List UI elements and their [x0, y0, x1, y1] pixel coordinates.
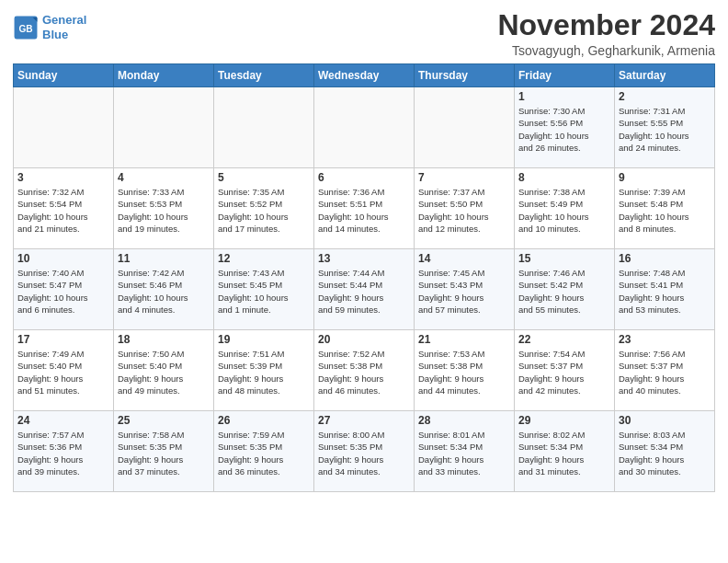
day-number: 29: [518, 414, 610, 427]
day-info: Sunrise: 8:00 AM Sunset: 5:35 PM Dayligh…: [318, 429, 410, 477]
day-info: Sunrise: 7:30 AM Sunset: 5:56 PM Dayligh…: [518, 105, 610, 154]
day-info: Sunrise: 7:40 AM Sunset: 5:47 PM Dayligh…: [17, 267, 109, 316]
header-sunday: Sunday: [14, 64, 114, 87]
day-number: 6: [318, 171, 410, 184]
day-cell-1-5: 8Sunrise: 7:38 AM Sunset: 5:49 PM Daylig…: [515, 168, 615, 249]
day-cell-3-5: 22Sunrise: 7:54 AM Sunset: 5:37 PM Dayli…: [515, 330, 615, 411]
day-cell-2-3: 13Sunrise: 7:44 AM Sunset: 5:44 PM Dayli…: [314, 249, 415, 330]
week-row-4: 24Sunrise: 7:57 AM Sunset: 5:36 PM Dayli…: [14, 411, 715, 492]
day-number: 16: [619, 252, 711, 265]
logo-line1: General: [42, 13, 86, 27]
day-info: Sunrise: 7:43 AM Sunset: 5:45 PM Dayligh…: [218, 267, 310, 316]
day-info: Sunrise: 7:45 AM Sunset: 5:43 PM Dayligh…: [418, 267, 510, 316]
week-row-2: 10Sunrise: 7:40 AM Sunset: 5:47 PM Dayli…: [14, 249, 715, 330]
day-number: 26: [218, 414, 310, 427]
day-cell-3-0: 17Sunrise: 7:49 AM Sunset: 5:40 PM Dayli…: [14, 330, 114, 411]
day-number: 4: [118, 171, 210, 184]
day-cell-3-1: 18Sunrise: 7:50 AM Sunset: 5:40 PM Dayli…: [114, 330, 214, 411]
day-cell-2-2: 12Sunrise: 7:43 AM Sunset: 5:45 PM Dayli…: [214, 249, 314, 330]
month-title: November 2024: [497, 9, 715, 41]
day-info: Sunrise: 7:49 AM Sunset: 5:40 PM Dayligh…: [17, 348, 109, 396]
day-cell-1-3: 6Sunrise: 7:36 AM Sunset: 5:51 PM Daylig…: [314, 168, 415, 249]
day-info: Sunrise: 7:33 AM Sunset: 5:53 PM Dayligh…: [118, 186, 210, 235]
header-wednesday: Wednesday: [314, 64, 415, 87]
day-number: 9: [619, 171, 711, 184]
day-info: Sunrise: 8:03 AM Sunset: 5:34 PM Dayligh…: [619, 429, 711, 477]
day-number: 22: [518, 333, 610, 346]
day-number: 15: [518, 252, 610, 265]
day-cell-1-4: 7Sunrise: 7:37 AM Sunset: 5:50 PM Daylig…: [415, 168, 515, 249]
day-info: Sunrise: 7:35 AM Sunset: 5:52 PM Dayligh…: [218, 186, 310, 235]
calendar-header: Sunday Monday Tuesday Wednesday Thursday…: [14, 64, 715, 87]
day-number: 10: [17, 252, 109, 265]
day-number: 23: [619, 333, 711, 346]
day-cell-4-6: 30Sunrise: 8:03 AM Sunset: 5:34 PM Dayli…: [615, 411, 715, 492]
day-cell-0-6: 2Sunrise: 7:31 AM Sunset: 5:55 PM Daylig…: [615, 87, 715, 168]
day-info: Sunrise: 7:42 AM Sunset: 5:46 PM Dayligh…: [118, 267, 210, 316]
day-info: Sunrise: 7:44 AM Sunset: 5:44 PM Dayligh…: [318, 267, 410, 316]
day-cell-1-6: 9Sunrise: 7:39 AM Sunset: 5:48 PM Daylig…: [615, 168, 715, 249]
logo-line2: Blue: [42, 28, 68, 41]
day-number: 27: [318, 414, 410, 427]
day-cell-0-5: 1Sunrise: 7:30 AM Sunset: 5:56 PM Daylig…: [515, 87, 615, 168]
day-number: 1: [518, 90, 610, 103]
day-number: 17: [17, 333, 109, 346]
day-cell-0-4: [415, 87, 515, 168]
day-cell-4-0: 24Sunrise: 7:57 AM Sunset: 5:36 PM Dayli…: [14, 411, 114, 492]
day-cell-1-0: 3Sunrise: 7:32 AM Sunset: 5:54 PM Daylig…: [14, 168, 114, 249]
header: GB General Blue November 2024 Tsovagyugh…: [13, 9, 715, 58]
weekday-row: Sunday Monday Tuesday Wednesday Thursday…: [14, 64, 715, 87]
calendar-body: 1Sunrise: 7:30 AM Sunset: 5:56 PM Daylig…: [14, 87, 715, 492]
week-row-1: 3Sunrise: 7:32 AM Sunset: 5:54 PM Daylig…: [14, 168, 715, 249]
day-cell-1-2: 5Sunrise: 7:35 AM Sunset: 5:52 PM Daylig…: [214, 168, 314, 249]
day-number: 20: [318, 333, 410, 346]
day-number: 30: [619, 414, 711, 427]
day-info: Sunrise: 7:51 AM Sunset: 5:39 PM Dayligh…: [218, 348, 310, 396]
day-number: 11: [118, 252, 210, 265]
logo-text: General Blue: [42, 13, 86, 41]
day-info: Sunrise: 7:58 AM Sunset: 5:35 PM Dayligh…: [118, 429, 210, 477]
day-number: 7: [418, 171, 510, 184]
day-number: 8: [518, 171, 610, 184]
day-info: Sunrise: 7:48 AM Sunset: 5:41 PM Dayligh…: [619, 267, 711, 316]
logo: GB General Blue: [13, 13, 86, 41]
day-cell-4-5: 29Sunrise: 8:02 AM Sunset: 5:34 PM Dayli…: [515, 411, 615, 492]
day-cell-0-1: [114, 87, 214, 168]
day-info: Sunrise: 7:39 AM Sunset: 5:48 PM Dayligh…: [619, 186, 711, 235]
day-info: Sunrise: 7:50 AM Sunset: 5:40 PM Dayligh…: [118, 348, 210, 396]
week-row-3: 17Sunrise: 7:49 AM Sunset: 5:40 PM Dayli…: [14, 330, 715, 411]
day-number: 24: [17, 414, 109, 427]
day-info: Sunrise: 7:52 AM Sunset: 5:38 PM Dayligh…: [318, 348, 410, 396]
day-info: Sunrise: 7:38 AM Sunset: 5:49 PM Dayligh…: [518, 186, 610, 235]
day-info: Sunrise: 8:01 AM Sunset: 5:34 PM Dayligh…: [418, 429, 510, 477]
day-number: 2: [619, 90, 711, 103]
day-cell-4-4: 28Sunrise: 8:01 AM Sunset: 5:34 PM Dayli…: [415, 411, 515, 492]
day-info: Sunrise: 7:57 AM Sunset: 5:36 PM Dayligh…: [17, 429, 109, 477]
header-saturday: Saturday: [615, 64, 715, 87]
header-monday: Monday: [114, 64, 214, 87]
week-row-0: 1Sunrise: 7:30 AM Sunset: 5:56 PM Daylig…: [14, 87, 715, 168]
day-cell-4-1: 25Sunrise: 7:58 AM Sunset: 5:35 PM Dayli…: [114, 411, 214, 492]
logo-icon: GB: [13, 15, 39, 40]
day-number: 5: [218, 171, 310, 184]
title-area: November 2024 Tsovagyugh, Gegharkunik, A…: [497, 9, 715, 58]
day-cell-0-0: [14, 87, 114, 168]
day-info: Sunrise: 7:36 AM Sunset: 5:51 PM Dayligh…: [318, 186, 410, 235]
day-number: 19: [218, 333, 310, 346]
day-number: 25: [118, 414, 210, 427]
day-info: Sunrise: 7:53 AM Sunset: 5:38 PM Dayligh…: [418, 348, 510, 396]
day-info: Sunrise: 7:46 AM Sunset: 5:42 PM Dayligh…: [518, 267, 610, 316]
day-number: 14: [418, 252, 510, 265]
day-info: Sunrise: 7:37 AM Sunset: 5:50 PM Dayligh…: [418, 186, 510, 235]
day-number: 13: [318, 252, 410, 265]
header-tuesday: Tuesday: [214, 64, 314, 87]
day-cell-0-3: [314, 87, 415, 168]
svg-text:GB: GB: [18, 23, 32, 33]
day-cell-1-1: 4Sunrise: 7:33 AM Sunset: 5:53 PM Daylig…: [114, 168, 214, 249]
day-number: 28: [418, 414, 510, 427]
day-number: 3: [17, 171, 109, 184]
calendar-table: Sunday Monday Tuesday Wednesday Thursday…: [13, 63, 715, 492]
day-cell-3-3: 20Sunrise: 7:52 AM Sunset: 5:38 PM Dayli…: [314, 330, 415, 411]
day-cell-2-5: 15Sunrise: 7:46 AM Sunset: 5:42 PM Dayli…: [515, 249, 615, 330]
day-info: Sunrise: 7:59 AM Sunset: 5:35 PM Dayligh…: [218, 429, 310, 477]
